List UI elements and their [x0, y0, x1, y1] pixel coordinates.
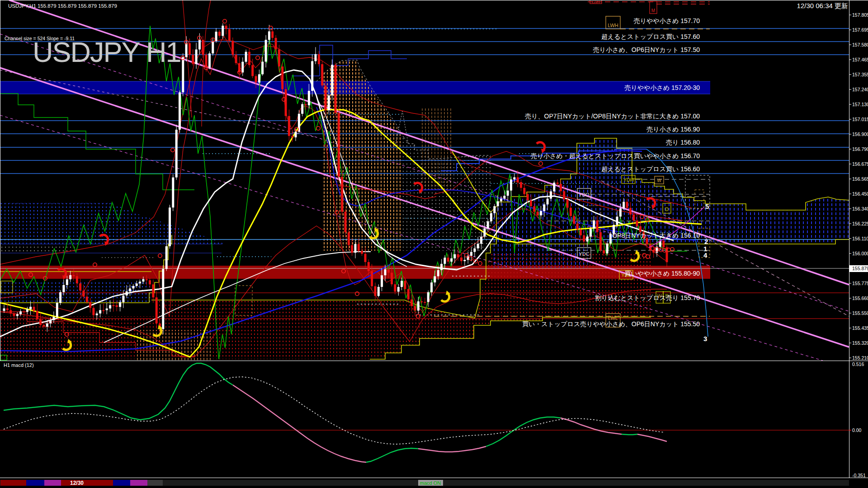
svg-text:157.355: 157.355 [852, 72, 868, 77]
svg-text:155.210: 155.210 [852, 355, 868, 361]
svg-text:157.695: 157.695 [852, 27, 868, 33]
svg-text:156.000: 156.000 [852, 251, 868, 256]
svg-text:超えるとストップロス買い 157.60: 超えるとストップロス買い 157.60 [601, 33, 700, 40]
svg-text:買いやや小さめ 155.80-90: 買いやや小さめ 155.80-90 [624, 270, 700, 277]
svg-text:155.775: 155.775 [852, 281, 868, 286]
svg-text:W: W [657, 178, 661, 183]
svg-text:OP8日NYカット大きめ 156.10: OP8日NYカット大きめ 156.10 [612, 232, 700, 239]
svg-text:0.00: 0.00 [852, 427, 862, 433]
svg-text:4: 4 [703, 251, 708, 259]
svg-text:156.225: 156.225 [852, 221, 868, 226]
svg-text:H1 macd (12): H1 macd (12) [4, 362, 34, 368]
svg-text:157.580: 157.580 [852, 42, 868, 47]
svg-text:157.240: 157.240 [852, 87, 868, 92]
svg-text:12/30 06:34 更新: 12/30 06:34 更新 [797, 2, 848, 9]
svg-text:売り小さめ 156.90: 売り小さめ 156.90 [646, 126, 700, 133]
svg-text:売りやや小さめ 157.70: 売りやや小さめ 157.70 [634, 17, 700, 24]
svg-text:Channel size = 524 Slope = -9.: Channel size = 524 Slope = -9.11 [5, 36, 75, 41]
svg-text:売り、OP7日NYカット/OP8日NYカット非常に大きめ 1: 売り、OP7日NYカット/OP8日NYカット非常に大きめ 157.00 [525, 113, 700, 120]
svg-text:売りやや小さめ 157.20-30: 売りやや小さめ 157.20-30 [624, 84, 700, 91]
svg-text:155.550: 155.550 [852, 310, 868, 316]
svg-text:macd ON: macd ON [420, 480, 441, 486]
svg-text:売り小さめ、OP6日NYカット 157.50: 売り小さめ、OP6日NYカット 157.50 [593, 46, 700, 53]
svg-text:155.660: 155.660 [852, 296, 868, 301]
svg-text:2: 2 [704, 238, 708, 245]
svg-text:YDO: YDO [579, 192, 590, 197]
svg-text:156.110: 156.110 [852, 236, 868, 241]
svg-text:YDC: YDC [579, 251, 589, 257]
svg-text:157.015: 157.015 [852, 117, 868, 122]
svg-text:5: 5 [705, 202, 709, 210]
svg-text:超えるとストップロス買い 156.60: 超えるとストップロス買い 156.60 [601, 165, 700, 173]
svg-text:売り 156.80: 売り 156.80 [666, 139, 700, 146]
svg-text:買い・ストップロス売りやや小さめ、OP6日NYカット 155: 買い・ストップロス売りやや小さめ、OP6日NYカット 155.50 [522, 320, 700, 328]
svg-text:156.900: 156.900 [852, 131, 868, 137]
svg-text:LWH: LWH [608, 23, 618, 28]
svg-text:156.450: 156.450 [852, 191, 868, 197]
svg-text:156.565: 156.565 [852, 176, 868, 182]
svg-text:YDH: YDH [623, 177, 633, 183]
svg-text:M: M [651, 8, 655, 13]
svg-text:3: 3 [703, 335, 707, 343]
svg-text:157.130: 157.130 [852, 102, 868, 107]
svg-text:-0.351: -0.351 [852, 473, 866, 478]
svg-text:155.879: 155.879 [852, 266, 868, 271]
svg-text:156.340: 156.340 [852, 206, 868, 211]
svg-text:12/30: 12/30 [70, 480, 84, 486]
svg-text:USDJPY,H1 155.879 155.879 155: USDJPY,H1 155.879 155.879 155.879 155.87… [8, 3, 117, 9]
svg-text:156.675: 156.675 [852, 161, 868, 167]
svg-text:157.465: 157.465 [852, 57, 868, 62]
svg-text:売り小さめ・超えるとストップロス買いやや小さめ 156.70: 売り小さめ・超えるとストップロス買いやや小さめ 156.70 [531, 152, 700, 160]
svg-text:LWH: LWH [592, 0, 599, 4]
svg-text:155.320: 155.320 [852, 340, 868, 346]
svg-text:0.516: 0.516 [852, 361, 864, 367]
svg-text:156.790: 156.790 [852, 146, 868, 152]
svg-text:割り込むとストップロス売り 155.70: 割り込むとストップロス売り 155.70 [595, 294, 700, 301]
svg-text:157.805: 157.805 [852, 12, 868, 18]
svg-text:155.435: 155.435 [852, 325, 868, 331]
svg-text:D: D [665, 206, 669, 212]
